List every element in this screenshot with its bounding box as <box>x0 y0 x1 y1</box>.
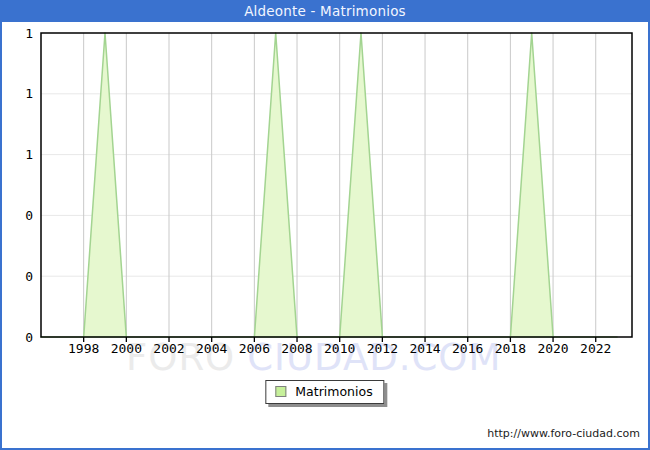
x-tick-label: 2022 <box>580 341 611 356</box>
x-tick-label: 2018 <box>495 341 526 356</box>
title-bar: Aldeonte - Matrimonios <box>0 0 650 22</box>
page-title: Aldeonte - Matrimonios <box>244 3 406 19</box>
x-tick-label: 2016 <box>452 341 483 356</box>
x-tick-label: 2006 <box>239 341 270 356</box>
y-tick-label: 1 <box>25 26 33 41</box>
y-tick-label: 0 <box>25 208 33 223</box>
x-tick-label: 2004 <box>196 341 227 356</box>
y-tick-label: 1 <box>25 86 33 101</box>
x-tick-label: 2008 <box>281 341 312 356</box>
legend: Matrimonios <box>265 380 384 404</box>
y-tick-label: 0 <box>25 269 33 284</box>
legend-label: Matrimonios <box>295 384 372 399</box>
x-tick-label: 2002 <box>153 341 184 356</box>
x-tick-label: 2020 <box>537 341 568 356</box>
y-tick-label: 0 <box>25 330 33 345</box>
y-tick-label: 1 <box>25 147 33 162</box>
footer-url: http://www.foro-ciudad.com <box>487 427 640 440</box>
x-tick-label: 1998 <box>68 341 99 356</box>
x-tick-label: 2010 <box>324 341 355 356</box>
x-tick-label: 2014 <box>409 341 440 356</box>
x-tick-label: 2000 <box>111 341 142 356</box>
series-area-matrimonios <box>41 33 617 337</box>
x-tick-label: 2012 <box>367 341 398 356</box>
legend-swatch <box>275 386 286 397</box>
